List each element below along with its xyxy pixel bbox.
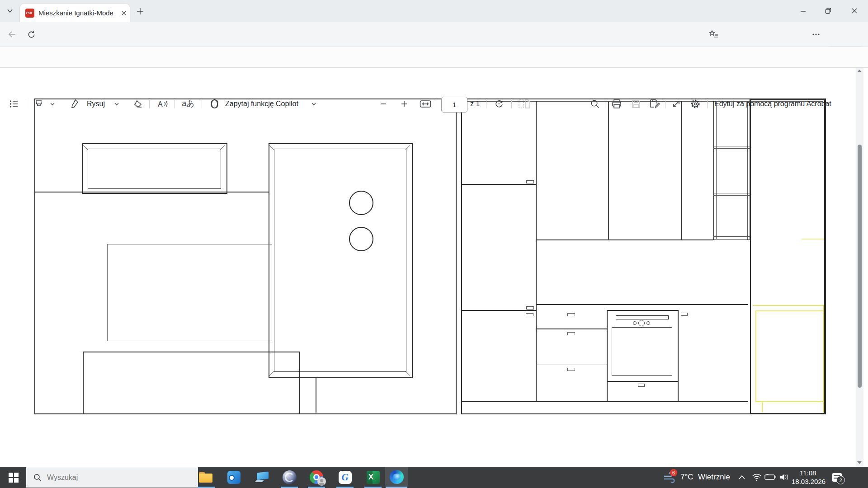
- svg-text:A: A: [158, 100, 163, 108]
- page-total-label: z 1: [470, 94, 480, 113]
- draw-chevron-icon[interactable]: [114, 94, 119, 113]
- pdf-page-canvas[interactable]: [0, 67, 868, 467]
- pdf-viewer-toolbar: Rysuj A aあ Zapytaj funkcję Copilot: [0, 47, 868, 68]
- excel-icon: X: [367, 471, 380, 484]
- weather-alert-badge: 6: [670, 469, 677, 476]
- refresh-icon[interactable]: [24, 28, 38, 41]
- print-icon[interactable]: [611, 94, 622, 113]
- chrome-profile-avatar: [317, 477, 326, 486]
- table-of-contents-icon[interactable]: [9, 94, 19, 113]
- weather-description[interactable]: Wietrznie: [698, 473, 730, 482]
- window-close-button[interactable]: [843, 1, 866, 21]
- page-number-input[interactable]: [441, 97, 467, 113]
- edge-icon: [390, 470, 404, 484]
- battery-icon[interactable]: [764, 473, 777, 482]
- rotate-icon[interactable]: [494, 94, 505, 113]
- volume-icon[interactable]: [778, 472, 790, 482]
- browser-menu-dots-icon[interactable]: [809, 28, 823, 40]
- browser-addressbar: Plik C:/Users/studi/OneDrive/Pulpit/Mies…: [0, 22, 868, 47]
- monitor-icon: [256, 472, 269, 482]
- eraser-icon[interactable]: [132, 94, 143, 113]
- taskbar-search-box[interactable]: [26, 467, 198, 488]
- taskbar-edge-active[interactable]: [385, 467, 408, 487]
- chrome-icon: [310, 470, 323, 484]
- clock-date[interactable]: 18.03.2026: [792, 478, 826, 485]
- notification-count-badge: 2: [836, 476, 845, 484]
- scrollbar-thumb[interactable]: [858, 145, 862, 388]
- save-icon: [631, 94, 641, 113]
- taskbar-remote-desktop[interactable]: [255, 470, 269, 484]
- windows-logo-icon: [9, 473, 19, 483]
- new-tab-button[interactable]: [134, 5, 146, 18]
- settings-gear-icon[interactable]: [690, 94, 701, 113]
- taskbar-chrome[interactable]: [309, 470, 324, 484]
- zoom-in-button[interactable]: [401, 94, 408, 113]
- weather-wind-icon[interactable]: 6: [663, 471, 676, 484]
- search-in-document-icon[interactable]: [590, 94, 600, 113]
- tray-chevron-up-icon[interactable]: [737, 473, 747, 481]
- copilot-outline-icon[interactable]: [209, 94, 221, 113]
- window-minimize-button[interactable]: [793, 1, 813, 21]
- ask-copilot-label[interactable]: Zapytaj funkcję Copilot: [225, 94, 298, 113]
- tab-search-chevron-icon[interactable]: [4, 5, 16, 17]
- windows-taskbar: G X 6 7°C Wietrznie 11:08 18.03.2026: [0, 467, 868, 488]
- cinema4d-icon: [283, 470, 297, 484]
- taskbar-gstarcad[interactable]: G: [338, 470, 352, 484]
- draw-label[interactable]: Rysuj: [87, 94, 105, 113]
- notification-center-icon[interactable]: 2: [831, 472, 843, 483]
- taskbar-outlook[interactable]: [226, 470, 241, 484]
- read-aloud-icon[interactable]: A: [157, 94, 169, 113]
- browser-tab[interactable]: PDF Mieszkanie Ignatki-Model.pdf: [20, 4, 130, 22]
- taskbar-excel[interactable]: X: [366, 470, 380, 484]
- edit-with-acrobat-button[interactable]: Edytuj za pomocą programu Acrobat: [714, 94, 831, 113]
- taskbar-search-input[interactable]: [46, 473, 161, 482]
- window-restore-button[interactable]: [818, 1, 839, 21]
- outlook-icon: [227, 471, 241, 484]
- start-button[interactable]: [5, 467, 23, 488]
- draw-pen-icon[interactable]: [70, 94, 81, 113]
- back-icon[interactable]: [5, 28, 19, 41]
- edge-browser-window: PDF Mieszkanie Ignatki-Model.pdf: [0, 0, 868, 488]
- vertical-scrollbar[interactable]: [856, 67, 863, 467]
- pdf-file-icon: PDF: [25, 9, 34, 18]
- fit-to-width-icon[interactable]: [420, 94, 431, 113]
- browser-titlebar: PDF Mieszkanie Ignatki-Model.pdf: [0, 0, 868, 22]
- weather-temperature[interactable]: 7°C: [680, 473, 693, 482]
- file-explorer-icon: [199, 472, 212, 483]
- zoom-out-button[interactable]: [380, 94, 387, 113]
- tab-close-icon[interactable]: [118, 8, 129, 19]
- g-app-icon: G: [339, 471, 352, 484]
- page-view-icon[interactable]: [518, 94, 531, 113]
- fullscreen-icon[interactable]: [671, 94, 681, 113]
- search-icon: [33, 474, 42, 482]
- scroll-up-arrow[interactable]: [857, 70, 862, 72]
- ask-copilot-chevron-icon[interactable]: [311, 94, 316, 113]
- highlighter-icon[interactable]: [33, 94, 44, 113]
- taskbar-file-explorer[interactable]: [198, 470, 213, 484]
- wifi-icon[interactable]: [751, 472, 762, 482]
- save-as-icon[interactable]: [649, 94, 660, 113]
- taskbar-cinema4d[interactable]: [282, 470, 297, 484]
- tab-title: Mieszkanie Ignatki-Model.pdf: [38, 9, 113, 17]
- scroll-down-arrow[interactable]: [857, 461, 862, 464]
- favorites-bar-icon[interactable]: [707, 28, 721, 41]
- clock-time[interactable]: 11:08: [800, 469, 816, 477]
- translate-icon[interactable]: aあ: [182, 94, 194, 113]
- highlighter-chevron-icon[interactable]: [50, 94, 55, 113]
